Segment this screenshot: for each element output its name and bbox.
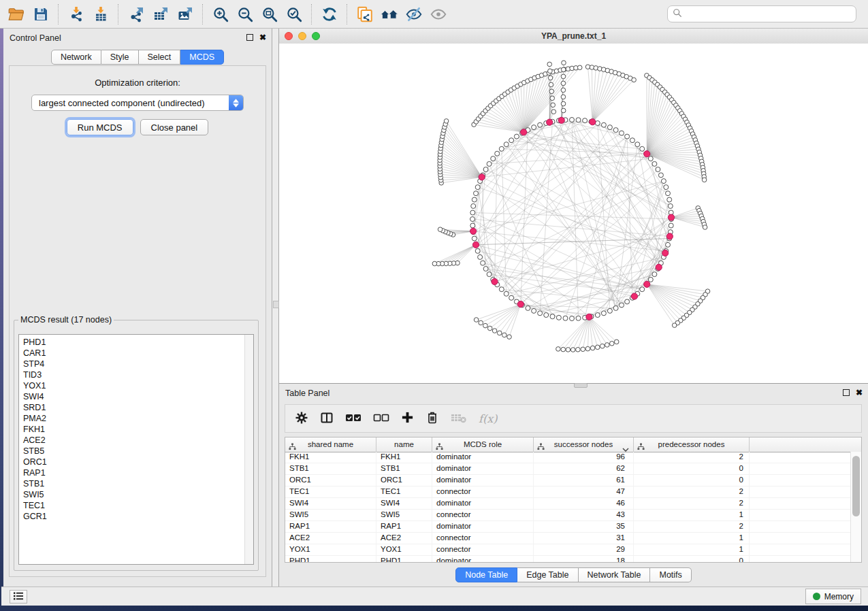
checked-boxes-icon xyxy=(345,412,361,425)
delete-column-button[interactable] xyxy=(425,410,439,427)
network-window-titlebar[interactable]: YPA_prune.txt_1 xyxy=(279,29,868,44)
mcds-result-list[interactable]: PHD1CAR1STP4TID3YOX1SWI4SRD1PMA2FKH1ACE2… xyxy=(18,334,254,565)
mcds-node-item[interactable]: TID3 xyxy=(23,369,253,380)
cell-shared-name: ORC1 xyxy=(285,475,376,486)
task-history-button[interactable] xyxy=(10,590,27,604)
cell-successor-nodes: 46 xyxy=(534,498,634,509)
export-network-button[interactable] xyxy=(124,3,148,26)
refresh-button[interactable] xyxy=(317,3,342,26)
run-mcds-button[interactable]: Run MCDS xyxy=(67,119,133,135)
cell-successor-nodes: 47 xyxy=(534,486,634,497)
column-header-name[interactable]: name xyxy=(376,437,432,452)
float-table-panel-icon[interactable] xyxy=(843,389,850,396)
mcds-list-scrollbar[interactable] xyxy=(244,335,253,564)
column-header-shared-name[interactable]: shared name xyxy=(285,437,376,452)
mcds-node-item[interactable]: STP4 xyxy=(23,359,253,369)
mcds-node-item[interactable]: SWI4 xyxy=(23,391,253,402)
mcds-node-item[interactable]: PHD1 xyxy=(23,337,253,348)
window-close-button[interactable] xyxy=(285,32,293,40)
copy-style-button[interactable] xyxy=(353,3,377,26)
mcds-node-item[interactable]: ACE2 xyxy=(23,435,253,446)
mcds-node-item[interactable]: STB1 xyxy=(23,478,253,489)
close-panel-icon[interactable]: ✖ xyxy=(259,33,266,42)
search-input[interactable] xyxy=(686,7,856,22)
window-minimize-button[interactable] xyxy=(298,32,306,40)
tab-network[interactable]: Network xyxy=(51,50,101,65)
unchecked-boxes-icon xyxy=(373,412,389,425)
mcds-node-item[interactable]: RAP1 xyxy=(23,467,253,478)
window-maximize-button[interactable] xyxy=(312,32,320,40)
table-row[interactable]: SWI5SWI5connector431 xyxy=(285,510,851,521)
tab-network-table[interactable]: Network Table xyxy=(579,567,651,582)
table-row[interactable]: PHD1PHD1dominator180 xyxy=(285,556,851,562)
mcds-node-item[interactable]: STB5 xyxy=(23,446,253,457)
zoom-out-button[interactable] xyxy=(233,3,257,26)
tab-style[interactable]: Style xyxy=(101,50,139,65)
mcds-tab-pane: Optimization criterion: largest connecte… xyxy=(9,65,266,577)
table-row[interactable]: RAP1RAP1dominator352 xyxy=(285,521,851,533)
mcds-node-item[interactable]: SRD1 xyxy=(23,402,253,413)
zoom-in-button[interactable] xyxy=(208,3,233,26)
mcds-node-item[interactable]: CAR1 xyxy=(23,348,253,359)
deselect-all-rows-button[interactable] xyxy=(373,412,389,425)
network-canvas[interactable] xyxy=(279,44,868,383)
tab-edge-table[interactable]: Edge Table xyxy=(517,567,578,582)
memory-status-icon xyxy=(813,593,820,600)
open-session-button[interactable] xyxy=(4,3,29,26)
search-box[interactable] xyxy=(667,5,856,22)
show-all-button[interactable] xyxy=(426,3,451,26)
function-builder-button[interactable]: f(x) xyxy=(479,412,497,425)
tab-select[interactable]: Select xyxy=(139,50,181,65)
table-panel: Table Panel ✖ f(x) shared namenameMCDS r… xyxy=(279,383,868,587)
table-scrollbar-thumb[interactable] xyxy=(852,456,860,516)
column-header-predecessor-nodes[interactable]: predecessor nodes xyxy=(634,437,750,452)
table-row[interactable]: ORC1ORC1dominator610 xyxy=(285,475,851,486)
split-panel-button[interactable] xyxy=(320,411,334,427)
mcds-node-item[interactable]: YOX1 xyxy=(23,380,253,391)
table-settings-button[interactable] xyxy=(295,411,308,427)
delete-table-button[interactable] xyxy=(451,412,467,426)
table-scrollbar[interactable] xyxy=(850,452,861,562)
mcds-node-item[interactable]: SWI5 xyxy=(23,489,253,500)
import-table-button[interactable] xyxy=(89,3,113,26)
memory-button[interactable]: Memory xyxy=(805,589,861,604)
zoom-selected-button[interactable] xyxy=(282,3,306,26)
table-row[interactable]: TEC1TEC1connector472 xyxy=(285,486,851,498)
close-table-panel-icon[interactable]: ✖ xyxy=(856,389,863,397)
hide-selected-button[interactable] xyxy=(402,3,426,26)
tab-node-table[interactable]: Node Table xyxy=(455,567,517,582)
add-column-button[interactable] xyxy=(401,411,414,426)
cell-predecessor-nodes: 0 xyxy=(634,556,750,562)
mcds-node-item[interactable]: ORC1 xyxy=(23,457,253,467)
float-panel-icon[interactable] xyxy=(246,34,253,41)
tab-motifs[interactable]: Motifs xyxy=(650,567,691,582)
mcds-node-item[interactable]: TEC1 xyxy=(23,500,253,511)
import-network-button[interactable] xyxy=(64,3,89,26)
export-table-button[interactable] xyxy=(148,3,173,26)
mcds-node-item[interactable]: PMA2 xyxy=(23,413,253,424)
select-all-rows-button[interactable] xyxy=(345,412,361,425)
mcds-node-item[interactable]: GCR1 xyxy=(23,511,253,522)
column-header-MCDS-role[interactable]: MCDS role xyxy=(432,437,534,452)
cell-successor-nodes: 31 xyxy=(534,533,634,544)
table-row[interactable]: ACE2ACE2connector311 xyxy=(285,533,851,544)
mcds-node-item[interactable]: FKH1 xyxy=(23,424,253,435)
close-panel-button[interactable]: Close panel xyxy=(140,119,209,135)
tab-mcds[interactable]: MCDS xyxy=(180,50,224,65)
cell-MCDS-role: dominator xyxy=(432,475,534,486)
export-image-button[interactable] xyxy=(173,3,197,26)
cell-shared-name: SWI5 xyxy=(285,510,376,521)
panel-splitter[interactable] xyxy=(272,29,279,587)
cell-shared-name: YOX1 xyxy=(285,544,376,555)
zoom-fit-button[interactable] xyxy=(257,3,282,26)
criterion-select[interactable]: largest connected component (undirected) xyxy=(31,95,244,111)
first-neighbors-button[interactable] xyxy=(377,3,402,26)
table-row[interactable]: YOX1YOX1connector291 xyxy=(285,544,851,556)
splitter-grip[interactable] xyxy=(273,301,279,308)
table-row[interactable]: STB1STB1dominator620 xyxy=(285,463,851,475)
table-row[interactable]: SWI4SWI4dominator462 xyxy=(285,498,851,510)
floppy-disk-icon xyxy=(33,6,49,22)
save-session-button[interactable] xyxy=(29,3,53,26)
table-row[interactable]: FKH1FKH1dominator962 xyxy=(285,452,851,463)
column-header-successor-nodes[interactable]: successor nodes xyxy=(534,437,634,452)
